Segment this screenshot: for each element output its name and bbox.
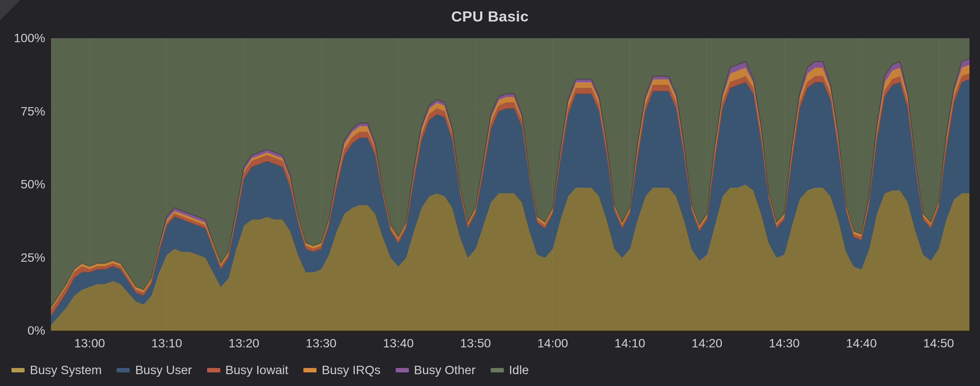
y-tick-label: 75% — [21, 105, 45, 119]
legend-item[interactable]: Idle — [491, 363, 529, 377]
x-tick-label: 14:00 — [537, 336, 568, 350]
legend-label: Busy System — [30, 363, 102, 377]
legend-item[interactable]: Busy Iowait — [207, 363, 288, 377]
panel-title: CPU Basic — [0, 0, 980, 29]
y-axis: 0%25%50%75%100% — [7, 38, 49, 331]
x-axis: 13:0013:1013:2013:3013:4013:5014:0014:10… — [51, 333, 969, 357]
x-tick-label: 13:10 — [151, 336, 182, 350]
legend-swatch-icon — [207, 368, 220, 372]
panel-corner-icon — [0, 0, 20, 20]
chart-area[interactable]: 0%25%50%75%100% 13:0013:1013:2013:3013:4… — [7, 29, 973, 357]
legend-label: Idle — [509, 363, 529, 377]
x-tick-label: 13:40 — [383, 336, 414, 350]
x-tick-label: 14:50 — [923, 336, 954, 350]
x-tick-label: 13:30 — [306, 336, 336, 350]
x-tick-label: 13:00 — [74, 336, 105, 350]
x-tick-label: 14:10 — [615, 336, 645, 350]
legend-swatch-icon — [491, 368, 504, 372]
y-tick-label: 0% — [28, 324, 45, 338]
legend-label: Busy User — [135, 363, 192, 377]
legend-item[interactable]: Busy User — [117, 363, 192, 377]
legend-item[interactable]: Busy System — [11, 363, 102, 377]
x-tick-label: 14:40 — [846, 336, 877, 350]
legend-swatch-icon — [396, 368, 409, 372]
legend-item[interactable]: Busy IRQs — [303, 363, 381, 377]
legend-label: Busy Other — [414, 363, 476, 377]
legend-swatch-icon — [303, 368, 317, 372]
legend-swatch-icon — [117, 368, 130, 372]
legend-swatch-icon — [11, 368, 25, 372]
legend-label: Busy IRQs — [322, 363, 381, 377]
legend-item[interactable]: Busy Other — [396, 363, 476, 377]
legend-label: Busy Iowait — [226, 363, 288, 377]
y-tick-label: 25% — [21, 251, 45, 265]
cpu-panel: CPU Basic 0%25%50%75%100% 13:0013:1013:2… — [0, 0, 980, 386]
plot-svg — [51, 38, 969, 331]
x-tick-label: 14:20 — [692, 336, 722, 350]
x-tick-label: 13:50 — [460, 336, 491, 350]
plot[interactable] — [51, 38, 969, 331]
legend: Busy SystemBusy UserBusy IowaitBusy IRQs… — [0, 357, 980, 386]
y-tick-label: 100% — [14, 31, 45, 45]
y-tick-label: 50% — [21, 177, 45, 191]
x-tick-label: 14:30 — [769, 336, 800, 350]
x-tick-label: 13:20 — [229, 336, 259, 350]
